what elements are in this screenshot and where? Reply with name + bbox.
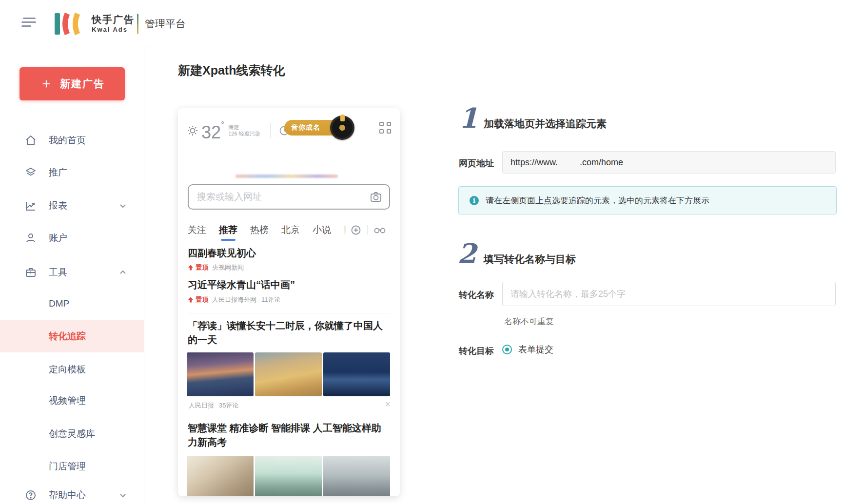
sidebar-subitem-label: 视频管理 [49, 394, 86, 407]
new-ad-button[interactable]: ＋ 新建广告 [20, 67, 125, 100]
plus-icon: ＋ [39, 77, 53, 90]
sidebar-subitem-label: 门店管理 [49, 460, 86, 473]
sidebar-subitem-video-management[interactable]: 视频管理 [0, 390, 144, 411]
news-comments: 35评论 [219, 401, 238, 410]
home-icon [24, 134, 37, 147]
sidebar-item-promotion[interactable]: 推广 [0, 162, 144, 183]
sidebar-item-reports[interactable]: 报表 [0, 195, 144, 216]
news-item-title[interactable]: 「荐读」读懂长安十二时辰，你就懂了中国人的一天 [188, 319, 391, 347]
weather-details: 海淀 126 轻度污染 [228, 124, 260, 137]
news-item-thumbnails[interactable] [187, 352, 392, 396]
sidebar-item-label: 账户 [49, 232, 67, 244]
news-comments: 11评论 [261, 295, 281, 304]
landing-page-url-input[interactable] [502, 151, 836, 174]
info-icon: i [470, 196, 479, 205]
sidebar-item-tools[interactable]: 工具 [0, 262, 144, 283]
tab-beijing[interactable]: 北京 [281, 224, 300, 236]
chevron-up-icon [118, 268, 127, 277]
camera-icon[interactable] [370, 191, 382, 203]
thumbnail-classroom[interactable] [323, 456, 390, 496]
preview-search-bar[interactable] [188, 184, 390, 210]
url-field-label: 网页地址 [459, 157, 494, 169]
conversion-name-label: 转化名称 [459, 289, 494, 301]
search-input[interactable] [189, 192, 370, 202]
sidebar-item-home[interactable]: 我的首页 [0, 130, 144, 151]
sidebar-subitem-conversion-tracking[interactable]: 转化追踪 [0, 320, 144, 352]
tab-ghost [344, 226, 346, 234]
sidebar-subitem-label: 定向模板 [49, 363, 86, 376]
news-item-meta: 置顶 人民日报海外网 11评论 [188, 295, 281, 304]
temperature-value: 32° [201, 120, 224, 141]
collapse-menu-icon[interactable] [21, 18, 37, 29]
thumbnail-night-river[interactable] [323, 352, 390, 396]
thumbnail-golden-fields[interactable] [255, 352, 322, 396]
glasses-icon[interactable] [373, 225, 386, 235]
pin-arrow-icon [188, 297, 194, 303]
sidebar-subitem-creative-library[interactable]: 创意灵感库 [0, 423, 144, 445]
chevron-down-icon [118, 201, 127, 210]
kwai-ads-logo-icon[interactable] [54, 12, 89, 36]
sidebar-item-help-center[interactable]: 帮助中心 [0, 485, 144, 504]
conversion-name-input[interactable] [502, 282, 836, 306]
news-item-title[interactable]: 习近平绿水青山“话中画” [188, 278, 391, 292]
news-item-meta: 人民日报 35评论 [188, 401, 238, 410]
pin-label: 置顶 [196, 263, 208, 272]
sidebar-item-label: 我的首页 [49, 134, 86, 147]
sidebar-subitem-targeting-template[interactable]: 定向模板 [0, 359, 144, 380]
sidebar-item-label: 工具 [49, 266, 67, 279]
step-1-title: 加载落地页并选择追踪元素 [484, 117, 607, 131]
step-2-title: 填写转化名称与目标 [484, 252, 576, 266]
tab-recommend[interactable]: 推荐 [219, 224, 237, 236]
briefcase-icon [24, 266, 37, 279]
page-title: 新建Xpath线索转化 [178, 62, 285, 78]
sidebar-subitem-label: 转化追踪 [49, 330, 86, 343]
sidebar-item-account[interactable]: 账户 [0, 227, 144, 249]
chevron-down-icon [118, 491, 127, 500]
news-item-title[interactable]: 智慧课堂 精准诊断 智能排课 人工智能这样助力新高考 [188, 421, 391, 449]
weather-widget[interactable]: 32° 海淀 126 轻度污染 [187, 119, 290, 142]
add-channel-icon[interactable] [351, 225, 361, 235]
sidebar-subitem-store-management[interactable]: 门店管理 [0, 456, 144, 477]
step-1-numeral: 1 [459, 104, 478, 132]
pin-arrow-icon [188, 265, 194, 271]
landing-page-preview[interactable]: 32° 海淀 126 轻度污染 音你成名 关注 推荐 热榜 [178, 108, 400, 496]
step-2-numeral: 2 [457, 240, 476, 267]
feed-tabs: 关注 推荐 热榜 北京 小说 [188, 222, 390, 238]
radio-selected-icon[interactable] [502, 345, 512, 354]
help-icon [24, 489, 37, 502]
vinyl-record-icon [330, 116, 354, 140]
thumbnail-presentation[interactable] [255, 456, 322, 496]
kwai-ads-app: 快手广告 Kwai Ads 管理平台 ＋ 新建广告 我的首页 推广 报表 [0, 0, 863, 504]
thumbnail-dusk-coast[interactable] [187, 352, 254, 396]
conversion-goal-label: 转化目标 [459, 345, 494, 357]
news-item-title[interactable]: 四副春联见初心 [188, 246, 391, 260]
apps-grid-icon[interactable] [379, 122, 391, 134]
brand-name-cn: 快手广告 [92, 13, 135, 26]
tab-follow[interactable]: 关注 [188, 224, 206, 236]
news-item-thumbnails[interactable] [187, 456, 392, 496]
new-ad-button-label: 新建广告 [60, 77, 105, 91]
close-icon[interactable]: ✕ [385, 400, 391, 409]
promo-badge[interactable]: 音你成名 [284, 115, 357, 140]
sidebar-item-label: 推广 [49, 166, 67, 179]
sidebar: ＋ 新建广告 我的首页 推广 报表 [0, 47, 144, 504]
tab-hot[interactable]: 热榜 [250, 224, 269, 236]
goal-radio-form-submit[interactable]: 表单提交 [502, 344, 553, 355]
thumbnail-students[interactable] [187, 456, 254, 496]
top-header: 快手广告 Kwai Ads 管理平台 [0, 0, 863, 46]
sidebar-item-label: 帮助中心 [49, 489, 86, 502]
sidebar-subitem-dmp[interactable]: DMP [0, 293, 144, 314]
district-label: 海淀 [228, 124, 260, 131]
goal-option-label: 表单提交 [518, 344, 553, 355]
layers-icon [24, 166, 37, 179]
pin-label: 置顶 [196, 295, 208, 304]
tab-novel[interactable]: 小说 [313, 224, 331, 236]
aqi-label: 126 轻度污染 [228, 131, 260, 137]
trend-chart-icon [24, 199, 37, 212]
platform-title: 管理平台 [145, 17, 186, 31]
info-alert: i 请在左侧页面上点选要追踪的元素，选中的元素将在下方展示 [458, 186, 837, 214]
sidebar-subitem-label: DMP [49, 298, 69, 309]
news-source: 央视网新闻 [212, 263, 244, 272]
sun-icon [187, 125, 198, 136]
brand-name-en: Kwai Ads [92, 26, 128, 33]
